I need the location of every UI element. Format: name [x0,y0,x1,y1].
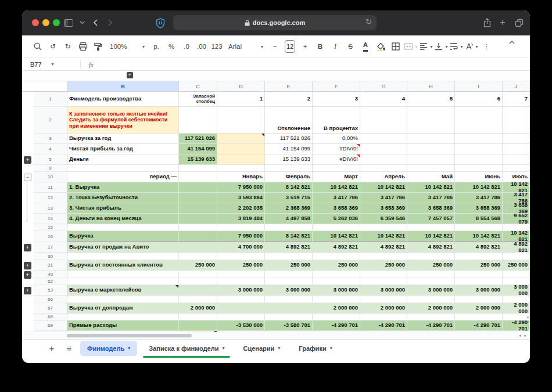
cell-H12[interactable]: 3 417 786 [407,193,455,203]
cell-E53[interactable]: 3 000 000 [265,285,313,296]
cell-E10[interactable]: Февраль [265,172,313,182]
cell-B31[interactable]: Выручка от постоянных клиентов [67,260,179,271]
cell-E5[interactable]: 15 139 633 [265,154,313,165]
undo-button[interactable]: ↺ [46,39,60,53]
cell-H10[interactable]: Май [407,172,455,182]
cell-J5[interactable] [503,154,530,165]
cell-F11[interactable]: 10 142 821 [313,182,360,193]
cell-I52[interactable] [455,278,503,285]
cell-B52[interactable] [67,278,179,285]
cell-F2[interactable]: В процентах [313,107,360,134]
cell-J67[interactable]: 2 000 000 [503,303,530,314]
cell-C69[interactable] [179,321,217,331]
collapse-toolbar-icon[interactable] [509,41,515,44]
cell-J12[interactable]: 3 417 786 [503,193,530,203]
cell-F10[interactable]: Март [313,172,360,182]
cell-D2[interactable] [217,107,265,134]
cell-G12[interactable]: 3 417 786 [360,193,407,203]
close-window-button[interactable] [32,19,39,26]
cell-I14[interactable]: 8 554 568 [455,214,503,224]
cell-B30[interactable] [67,253,179,260]
cell-I16[interactable]: 10 142 821 [455,231,503,242]
cell-I67[interactable]: 2 000 000 [455,303,503,314]
chevron-down-icon[interactable] [76,17,88,28]
cell-H31[interactable]: 250 000 [407,260,455,271]
cell-C5[interactable]: 15 139 633 [179,154,217,165]
cell-D31[interactable]: 250 000 [217,260,265,271]
name-box[interactable]: B77 ▾ [22,61,80,68]
back-button[interactable] [89,17,101,28]
cell-C1[interactable]: Запасной столбец [179,92,217,107]
cell-F30[interactable] [313,253,360,260]
cell-D13[interactable]: 2 202 035 [217,203,265,214]
cell-B53[interactable]: Выручка с маркетплейсов [67,285,179,296]
row-group-expand-button[interactable]: + [24,287,31,294]
cell-E13[interactable]: 2 368 369 [265,203,313,214]
more-toolbar-button[interactable]: ⋮ [479,39,493,53]
cell-J30[interactable] [503,253,530,260]
cell-G31[interactable]: 250 000 [360,260,407,271]
cell-C2[interactable] [179,107,217,134]
all-sheets-button[interactable]: ≡ [63,343,76,353]
cell-D1[interactable]: 1 [217,92,265,107]
row-group-expand-button[interactable]: + [24,244,31,251]
cell-G16[interactable]: 10 142 821 [360,231,407,242]
cell-J11[interactable]: 10 142 821 [503,182,530,193]
cell-J40[interactable] [503,271,530,278]
cell-E1[interactable]: 2 [265,92,313,107]
cell-H17[interactable]: 4 892 821 [407,242,455,253]
cell-B2[interactable]: К заполнению только желтые ячейки! Следи… [67,107,179,134]
currency-format-button[interactable]: р. [149,39,163,53]
cell-B15[interactable] [67,224,179,231]
zoom-window-button[interactable] [53,19,60,26]
cell-E14[interactable]: 4 497 858 [265,214,313,224]
cell-G11[interactable]: 10 142 821 [360,182,407,193]
cell-D11[interactable]: 7 950 000 [217,182,265,193]
borders-button[interactable] [389,39,403,53]
cell-E15[interactable] [265,224,313,231]
cell-G10[interactable]: Апрель [360,172,407,182]
row-header-3[interactable]: 3 [34,134,67,144]
cell-D66[interactable] [217,296,265,303]
cell-D9[interactable] [217,165,265,172]
shield-extension-icon[interactable] [155,17,166,29]
cell-E3[interactable]: 117 521 026 [265,134,313,144]
cell-H15[interactable] [407,224,455,231]
cell-D17[interactable]: 4 700 000 [217,242,265,253]
strikethrough-button[interactable]: S [343,39,357,53]
cell-J9[interactable] [503,165,530,172]
cell-D15[interactable] [217,224,265,231]
cell-H3[interactable] [407,134,455,144]
cell-C40[interactable] [179,271,217,278]
cell-B14[interactable]: 4. Деньги на конец месяца [67,214,179,224]
cell-B17[interactable]: Выручка от продаж на Авито [67,242,179,253]
column-header-H[interactable]: H [407,81,455,91]
column-header-E[interactable]: E [265,81,313,91]
cell-G53[interactable]: 3 000 000 [360,285,407,296]
cell-F4[interactable]: #DIV/0! [313,144,360,154]
reload-icon[interactable]: ↻ [365,17,372,26]
cell-C4[interactable]: 41 154 099 [179,144,217,154]
cell-J16[interactable]: 10 142 821 [503,231,530,242]
new-tab-button[interactable]: + [497,17,508,28]
cell-J15[interactable] [503,224,530,231]
row-header-14[interactable]: 14 [34,214,67,224]
cell-E16[interactable]: 8 142 821 [265,231,313,242]
cell-B12[interactable]: 2. Точка Безубыточности [67,193,179,203]
cell-F9[interactable] [313,165,360,172]
cell-G69[interactable]: -4 290 701 [360,321,407,331]
row-header-53[interactable]: 53 [34,285,67,296]
cell-H11[interactable]: 10 142 821 [407,182,455,193]
cell-F5[interactable]: #DIV/0! [313,154,360,165]
cell-J10[interactable]: Июль [503,172,530,182]
cell-C12[interactable] [179,193,217,203]
column-header-J[interactable]: J [503,81,530,91]
cell-H69[interactable]: -4 290 701 [407,321,455,331]
cell-E52[interactable] [265,278,313,285]
cell-F66[interactable] [313,296,360,303]
add-sheet-button[interactable]: + [45,343,58,353]
cell-G52[interactable] [360,278,407,285]
cell-I15[interactable] [455,224,503,231]
cell-B11[interactable]: 1. Выручка [67,182,179,193]
cell-J1[interactable]: 7 [503,92,530,107]
